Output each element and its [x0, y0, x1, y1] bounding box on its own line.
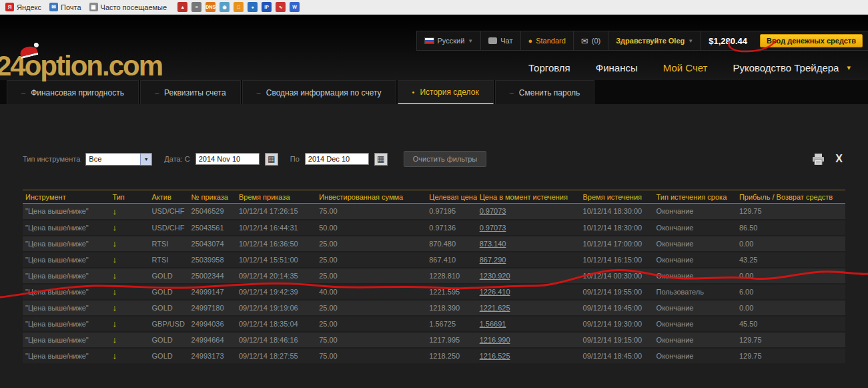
print-icon[interactable]	[812, 154, 825, 165]
cell-expiry_type: Окончание	[654, 332, 737, 348]
tab[interactable]: –Финансовая пригодность	[7, 80, 139, 104]
bookmark-favicon-icon[interactable]: ▲	[177, 2, 187, 12]
cell-expiry_price: 1216.990	[477, 332, 580, 348]
russian-flag-icon	[424, 37, 434, 44]
date-to-label: По	[290, 155, 300, 163]
cell-type: ↓	[109, 284, 149, 300]
expiry-price-link[interactable]: 1226.410	[480, 288, 510, 296]
main-nav-item[interactable]: Руководство Трейдера	[733, 62, 839, 73]
date-to-input[interactable]	[305, 153, 369, 165]
cell-profit: 43.25	[737, 252, 845, 268]
cell-expiry_time: 09/12/14 18:45:00	[580, 348, 654, 364]
cell-asset: RTSI	[149, 236, 189, 252]
tab[interactable]: –Сводная информация по счету	[242, 80, 396, 104]
bookmark-favicon-icon[interactable]: ∿	[276, 2, 286, 12]
table-row: "Цена выше/ниже"↓GBP/USD2499403609/12/14…	[23, 316, 845, 332]
cell-expiry_type: Окончание	[654, 220, 737, 236]
user-greeting[interactable]: Здравствуйте Oleg ▼	[608, 31, 701, 51]
bookmark-favicon-icon[interactable]: □	[234, 2, 244, 12]
expiry-price-link[interactable]: 0.97073	[480, 207, 506, 215]
messages-indicator[interactable]: ✉ (0)	[573, 31, 608, 51]
expiry-price-link[interactable]: 873.140	[480, 240, 506, 248]
column-header: Тип истечения срока	[654, 190, 737, 204]
cell-expiry_type: Окончание	[654, 236, 737, 252]
logo[interactable]: 24option.com	[0, 52, 162, 80]
expiry-price-link[interactable]: 1216.990	[480, 336, 510, 344]
chat-label: Чат	[500, 37, 512, 45]
cell-expiry_price: 0.97073	[477, 220, 580, 236]
table-row: "Цена выше/ниже"↓RTSI2504307410/12/14 16…	[23, 236, 845, 252]
bookmark-item[interactable]: ЯЯндекс	[5, 3, 41, 11]
cell-asset: USD/CHF	[149, 220, 189, 236]
cell-order_no: 25046529	[189, 204, 236, 220]
main-nav-item[interactable]: Финансы	[596, 62, 638, 73]
down-arrow-icon: ↓	[112, 303, 117, 313]
calendar-icon[interactable]: ▦	[265, 153, 278, 166]
expiry-price-link[interactable]: 1.56691	[480, 320, 506, 328]
bookmark-item[interactable]: ✉Почта	[49, 3, 81, 11]
cell-expiry_time: 10/12/14 16:15:00	[580, 252, 654, 268]
cell-order_time: 10/12/14 17:26:15	[236, 204, 316, 220]
cell-order_no: 25043074	[189, 236, 236, 252]
expiry-price-link[interactable]: 867.290	[480, 256, 506, 264]
cell-invested: 25.00	[316, 300, 426, 316]
tab-bullet-icon: –	[21, 89, 25, 97]
tab[interactable]: –Сменить пароль	[495, 80, 595, 104]
excel-export-icon[interactable]: X	[835, 154, 843, 164]
cell-expiry_price: 1221.625	[477, 300, 580, 316]
expiry-price-link[interactable]: 1230.920	[480, 272, 510, 280]
envelope-icon: ✉	[581, 36, 588, 46]
bookmark-item[interactable]: ▦Часто посещаемые	[89, 3, 167, 11]
expiry-price-link[interactable]: 0.97073	[480, 224, 506, 232]
bookmark-favicon-icon[interactable]: ≡	[191, 2, 201, 12]
cell-asset: USD/CHF	[149, 204, 189, 220]
column-header: № приказа	[189, 190, 236, 204]
cell-invested: 50.00	[316, 220, 426, 236]
cell-invested: 25.00	[316, 236, 426, 252]
cell-expiry_type: Окончание	[654, 204, 737, 220]
account-status-dot-icon: ●	[528, 37, 533, 45]
bookmark-favicon-icon[interactable]: IP	[262, 2, 272, 12]
cell-profit: 86.50	[737, 220, 845, 236]
nav-expand-arrow-icon[interactable]: ▾	[847, 63, 851, 72]
main-nav-item[interactable]: Торговля	[528, 62, 570, 73]
main-nav-item[interactable]: Мой Счет	[663, 62, 708, 73]
tab[interactable]: •История сделок	[398, 80, 494, 104]
cell-type: ↓	[109, 220, 149, 236]
bookmark-favicon-icon[interactable]: ◉	[220, 2, 230, 12]
column-header: Тип	[109, 190, 149, 204]
clear-filters-button[interactable]: Очистить фильтры	[404, 151, 487, 167]
cell-expiry_type: Окончание	[654, 268, 737, 284]
deposit-button[interactable]: Ввод денежных средств	[760, 34, 863, 47]
cell-target_price: 1228.810	[426, 268, 476, 284]
bookmark-favicon-icon[interactable]: ●	[248, 2, 258, 12]
chat-button[interactable]: Чат	[480, 31, 520, 51]
cell-invested: 40.00	[316, 284, 426, 300]
chat-icon	[488, 37, 497, 44]
bookmark-favicon-icon[interactable]: DNS	[205, 2, 215, 12]
table-row: "Цена выше/ниже"↓RTSI2503995810/12/14 15…	[23, 252, 845, 268]
cell-expiry_time: 10/12/14 18:30:00	[580, 204, 654, 220]
calendar-icon[interactable]: ▦	[374, 153, 388, 166]
cell-instrument: "Цена выше/ниже"	[23, 284, 109, 300]
cell-expiry_price: 873.140	[477, 236, 580, 252]
tab-label: Реквизиты счета	[164, 88, 226, 98]
chevron-down-icon: ▼	[688, 38, 693, 44]
expiry-price-link[interactable]: 1221.625	[480, 304, 510, 312]
cell-expiry_time: 09/12/14 19:55:00	[580, 284, 654, 300]
instrument-type-select[interactable]: Все ▼	[85, 153, 152, 166]
language-selector[interactable]: Русский ▼	[417, 31, 481, 51]
account-type-badge: ● Standard	[520, 31, 573, 51]
cell-instrument: "Цена выше/ниже"	[23, 332, 109, 348]
cell-expiry_time: 09/12/14 19:30:00	[580, 316, 654, 332]
tab[interactable]: –Реквизиты счета	[140, 80, 241, 104]
column-header: Прибыль / Возврат средств	[737, 190, 845, 204]
expiry-price-link[interactable]: 1216.525	[480, 352, 510, 360]
date-from-input[interactable]	[195, 153, 260, 165]
bookmark-favicon-icon: Я	[5, 3, 14, 11]
table-row: "Цена выше/ниже"↓USD/CHF2504356110/12/14…	[23, 220, 845, 236]
bookmark-favicon-icon[interactable]: W	[290, 2, 300, 12]
cell-expiry_price: 1230.920	[477, 268, 580, 284]
tab-label: История сделок	[420, 87, 478, 97]
cell-expiry_type: Пользователь	[654, 284, 737, 300]
